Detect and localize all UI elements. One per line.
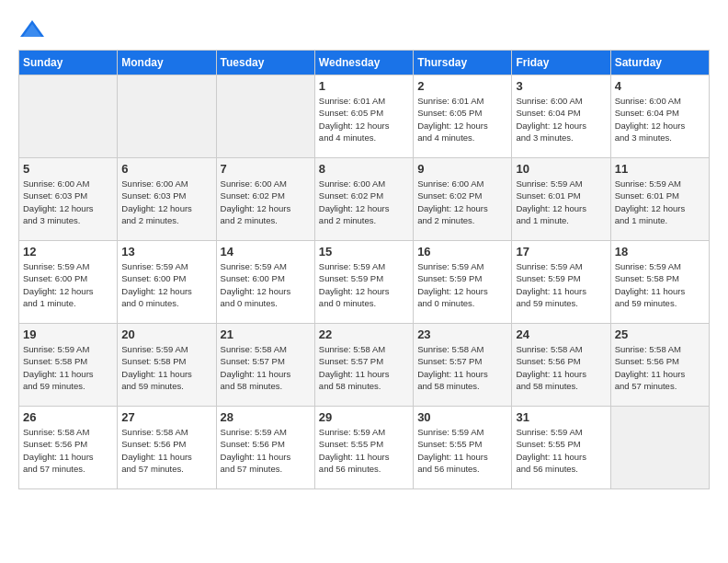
cell-info: Sunrise: 6:01 AM Sunset: 6:05 PM Dayligh… xyxy=(319,95,409,144)
calendar-cell: 8Sunrise: 6:00 AM Sunset: 6:02 PM Daylig… xyxy=(314,158,413,241)
column-header-wednesday: Wednesday xyxy=(314,51,413,75)
cell-info: Sunrise: 5:58 AM Sunset: 5:56 PM Dayligh… xyxy=(121,426,211,475)
cell-info: Sunrise: 6:00 AM Sunset: 6:02 PM Dayligh… xyxy=(221,178,311,226)
day-number: 11 xyxy=(615,162,705,176)
calendar-cell: 27Sunrise: 5:58 AM Sunset: 5:56 PM Dayli… xyxy=(118,407,216,489)
day-number: 16 xyxy=(417,245,507,259)
cell-info: Sunrise: 5:59 AM Sunset: 6:00 PM Dayligh… xyxy=(221,260,311,309)
day-number: 4 xyxy=(615,79,705,93)
cell-info: Sunrise: 6:00 AM Sunset: 6:02 PM Dayligh… xyxy=(417,178,507,226)
day-number: 19 xyxy=(23,327,113,341)
day-number: 25 xyxy=(615,327,705,341)
calendar-cell xyxy=(216,75,314,158)
cell-info: Sunrise: 5:58 AM Sunset: 5:57 PM Dayligh… xyxy=(319,343,409,392)
calendar-cell: 21Sunrise: 5:58 AM Sunset: 5:57 PM Dayli… xyxy=(216,324,314,407)
calendar-cell: 18Sunrise: 5:59 AM Sunset: 5:58 PM Dayli… xyxy=(610,241,709,324)
calendar-cell: 9Sunrise: 6:00 AM Sunset: 6:02 PM Daylig… xyxy=(414,158,512,241)
column-header-thursday: Thursday xyxy=(414,51,512,75)
calendar-cell: 15Sunrise: 5:59 AM Sunset: 5:59 PM Dayli… xyxy=(314,241,413,324)
calendar-cell: 1Sunrise: 6:01 AM Sunset: 6:05 PM Daylig… xyxy=(314,75,413,158)
day-number: 3 xyxy=(516,79,606,93)
day-number: 6 xyxy=(121,162,211,176)
column-header-sunday: Sunday xyxy=(19,51,118,75)
calendar-week-3: 19Sunrise: 5:59 AM Sunset: 5:58 PM Dayli… xyxy=(19,324,710,407)
calendar-cell xyxy=(610,407,709,489)
cell-info: Sunrise: 5:59 AM Sunset: 5:55 PM Dayligh… xyxy=(417,426,507,475)
day-number: 27 xyxy=(121,410,211,424)
cell-info: Sunrise: 6:00 AM Sunset: 6:04 PM Dayligh… xyxy=(516,95,606,144)
calendar-cell: 20Sunrise: 5:59 AM Sunset: 5:58 PM Dayli… xyxy=(118,324,216,407)
cell-info: Sunrise: 5:59 AM Sunset: 6:01 PM Dayligh… xyxy=(516,178,606,226)
cell-info: Sunrise: 5:58 AM Sunset: 5:57 PM Dayligh… xyxy=(417,343,507,392)
day-number: 1 xyxy=(319,79,409,93)
column-header-monday: Monday xyxy=(118,51,216,75)
day-number: 26 xyxy=(23,410,113,424)
day-number: 17 xyxy=(516,245,606,259)
cell-info: Sunrise: 5:59 AM Sunset: 5:58 PM Dayligh… xyxy=(23,343,113,392)
calendar-cell: 19Sunrise: 5:59 AM Sunset: 5:58 PM Dayli… xyxy=(19,324,118,407)
calendar-cell: 31Sunrise: 5:59 AM Sunset: 5:55 PM Dayli… xyxy=(512,407,610,489)
calendar-cell: 26Sunrise: 5:58 AM Sunset: 5:56 PM Dayli… xyxy=(19,407,118,489)
cell-info: Sunrise: 5:59 AM Sunset: 6:00 PM Dayligh… xyxy=(23,260,113,309)
cell-info: Sunrise: 5:58 AM Sunset: 5:56 PM Dayligh… xyxy=(516,343,606,392)
day-number: 21 xyxy=(221,327,311,341)
cell-info: Sunrise: 6:01 AM Sunset: 6:05 PM Dayligh… xyxy=(417,95,507,144)
day-number: 29 xyxy=(319,410,409,424)
cell-info: Sunrise: 6:00 AM Sunset: 6:03 PM Dayligh… xyxy=(121,178,211,226)
cell-info: Sunrise: 5:59 AM Sunset: 5:59 PM Dayligh… xyxy=(319,260,409,309)
day-number: 5 xyxy=(23,162,113,176)
day-number: 18 xyxy=(615,245,705,259)
day-number: 7 xyxy=(221,162,311,176)
calendar-cell: 12Sunrise: 5:59 AM Sunset: 6:00 PM Dayli… xyxy=(19,241,118,324)
calendar-week-1: 5Sunrise: 6:00 AM Sunset: 6:03 PM Daylig… xyxy=(19,158,710,241)
day-number: 12 xyxy=(23,245,113,259)
calendar-cell: 25Sunrise: 5:58 AM Sunset: 5:56 PM Dayli… xyxy=(610,324,709,407)
calendar-cell: 24Sunrise: 5:58 AM Sunset: 5:56 PM Dayli… xyxy=(512,324,610,407)
cell-info: Sunrise: 5:59 AM Sunset: 5:58 PM Dayligh… xyxy=(121,343,211,392)
cell-info: Sunrise: 5:59 AM Sunset: 5:59 PM Dayligh… xyxy=(417,260,507,309)
day-number: 24 xyxy=(516,327,606,341)
calendar-cell: 11Sunrise: 5:59 AM Sunset: 6:01 PM Dayli… xyxy=(610,158,709,241)
calendar-cell: 14Sunrise: 5:59 AM Sunset: 6:00 PM Dayli… xyxy=(216,241,314,324)
calendar-cell: 10Sunrise: 5:59 AM Sunset: 6:01 PM Dayli… xyxy=(512,158,610,241)
cell-info: Sunrise: 5:58 AM Sunset: 5:57 PM Dayligh… xyxy=(221,343,311,392)
logo-icon xyxy=(18,18,46,40)
column-header-friday: Friday xyxy=(512,51,610,75)
day-number: 14 xyxy=(221,245,311,259)
cell-info: Sunrise: 6:00 AM Sunset: 6:03 PM Dayligh… xyxy=(23,178,113,226)
day-number: 13 xyxy=(121,245,211,259)
calendar-cell: 17Sunrise: 5:59 AM Sunset: 5:59 PM Dayli… xyxy=(512,241,610,324)
day-number: 15 xyxy=(319,245,409,259)
calendar-cell xyxy=(19,75,118,158)
cell-info: Sunrise: 5:59 AM Sunset: 6:01 PM Dayligh… xyxy=(615,178,705,226)
day-number: 2 xyxy=(417,79,507,93)
cell-info: Sunrise: 5:58 AM Sunset: 5:56 PM Dayligh… xyxy=(23,426,113,475)
column-header-tuesday: Tuesday xyxy=(216,51,314,75)
calendar-cell: 7Sunrise: 6:00 AM Sunset: 6:02 PM Daylig… xyxy=(216,158,314,241)
logo xyxy=(18,18,50,40)
calendar-cell: 4Sunrise: 6:00 AM Sunset: 6:04 PM Daylig… xyxy=(610,75,709,158)
calendar-cell: 28Sunrise: 5:59 AM Sunset: 5:56 PM Dayli… xyxy=(216,407,314,489)
day-number: 31 xyxy=(516,410,606,424)
calendar-week-0: 1Sunrise: 6:01 AM Sunset: 6:05 PM Daylig… xyxy=(19,75,710,158)
calendar-cell: 16Sunrise: 5:59 AM Sunset: 5:59 PM Dayli… xyxy=(414,241,512,324)
calendar-header-row: SundayMondayTuesdayWednesdayThursdayFrid… xyxy=(19,51,710,75)
calendar-cell: 29Sunrise: 5:59 AM Sunset: 5:55 PM Dayli… xyxy=(314,407,413,489)
cell-info: Sunrise: 5:59 AM Sunset: 6:00 PM Dayligh… xyxy=(121,260,211,309)
calendar-cell xyxy=(118,75,216,158)
day-number: 22 xyxy=(319,327,409,341)
calendar-cell: 30Sunrise: 5:59 AM Sunset: 5:55 PM Dayli… xyxy=(414,407,512,489)
cell-info: Sunrise: 5:59 AM Sunset: 5:55 PM Dayligh… xyxy=(319,426,409,475)
day-number: 30 xyxy=(417,410,507,424)
day-number: 9 xyxy=(417,162,507,176)
day-number: 10 xyxy=(516,162,606,176)
day-number: 23 xyxy=(417,327,507,341)
calendar-week-2: 12Sunrise: 5:59 AM Sunset: 6:00 PM Dayli… xyxy=(19,241,710,324)
calendar-cell: 23Sunrise: 5:58 AM Sunset: 5:57 PM Dayli… xyxy=(414,324,512,407)
calendar-cell: 6Sunrise: 6:00 AM Sunset: 6:03 PM Daylig… xyxy=(118,158,216,241)
page-header xyxy=(18,18,710,40)
calendar-week-4: 26Sunrise: 5:58 AM Sunset: 5:56 PM Dayli… xyxy=(19,407,710,489)
day-number: 20 xyxy=(121,327,211,341)
day-number: 8 xyxy=(319,162,409,176)
calendar-cell: 5Sunrise: 6:00 AM Sunset: 6:03 PM Daylig… xyxy=(19,158,118,241)
